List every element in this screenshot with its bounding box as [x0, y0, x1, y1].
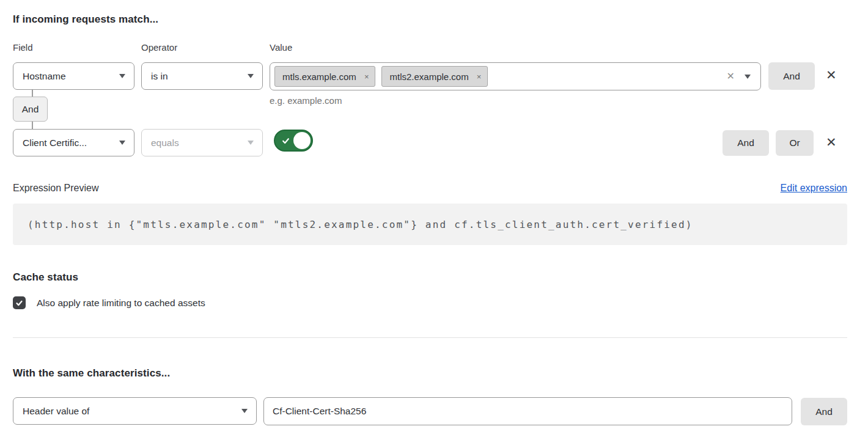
value-tag-label: mtls2.example.com — [389, 72, 468, 82]
characteristic-select-value: Header value of — [23, 406, 89, 417]
cache-status-heading: Cache status — [13, 271, 78, 284]
chevron-down-icon[interactable] — [745, 75, 751, 79]
chevron-down-icon — [241, 409, 248, 413]
expression-preview-label: Expression Preview — [13, 183, 99, 194]
field-select-row1-value: Hostname — [23, 71, 66, 82]
value-multiselect-row1[interactable]: mtls.example.com × mtls2.example.com × ✕ — [270, 62, 761, 90]
header-name-input[interactable] — [263, 397, 792, 425]
and-characteristic-button[interactable]: And — [801, 398, 847, 425]
expression-text: (http.host in {"mtls.example.com" "mtls2… — [28, 219, 693, 230]
and-condition-button-row1[interactable]: And — [768, 62, 815, 90]
operator-select-row1[interactable]: is in — [141, 62, 263, 90]
clear-value-icon[interactable]: ✕ — [727, 72, 735, 81]
cached-assets-checkbox-label: Also apply rate limiting to cached asset… — [37, 298, 205, 309]
value-column-label: Value — [270, 42, 292, 53]
field-select-row2[interactable]: Client Certific... — [13, 129, 134, 156]
section-divider — [13, 337, 847, 338]
cached-assets-checkbox[interactable] — [13, 296, 26, 309]
delete-row1-icon[interactable]: ✕ — [826, 68, 837, 81]
field-select-row1[interactable]: Hostname — [13, 62, 134, 90]
connector-and-button[interactable]: And — [13, 97, 48, 122]
value-tags: mtls.example.com × mtls2.example.com × — [274, 66, 488, 87]
operator-column-label: Operator — [141, 42, 177, 53]
delete-row2-icon[interactable]: ✕ — [826, 136, 837, 148]
chevron-down-icon — [248, 141, 254, 145]
field-column-label: Field — [13, 42, 33, 53]
tag-remove-icon[interactable]: × — [364, 73, 369, 81]
field-select-row2-value: Client Certific... — [23, 138, 87, 148]
chevron-down-icon — [119, 141, 125, 145]
check-icon — [281, 137, 290, 145]
operator-select-row2-value: equals — [151, 138, 179, 148]
connector-line-top — [32, 90, 33, 97]
value-toggle-on[interactable] — [274, 130, 313, 152]
value-helper-text: e.g. example.com — [270, 95, 342, 106]
chevron-down-icon — [248, 74, 254, 78]
value-tag-label: mtls.example.com — [282, 72, 356, 82]
edit-expression-link[interactable]: Edit expression — [781, 183, 847, 194]
characteristics-heading: With the same characteristics... — [13, 367, 170, 380]
toggle-knob — [293, 132, 311, 149]
operator-select-row1-value: is in — [151, 71, 168, 82]
operator-select-row2-disabled: equals — [141, 129, 263, 156]
characteristic-select[interactable]: Header value of — [13, 397, 257, 425]
value-tag: mtls2.example.com × — [381, 66, 488, 87]
or-condition-button-row2[interactable]: Or — [776, 130, 814, 156]
and-condition-button-row2[interactable]: And — [723, 130, 769, 156]
expression-preview-code: (http.host in {"mtls.example.com" "mtls2… — [13, 204, 847, 245]
rule-builder-page: If incoming requests match... Field Oper… — [0, 0, 868, 440]
check-icon — [15, 299, 23, 307]
connector-line-bottom — [32, 122, 33, 129]
chevron-down-icon — [119, 74, 125, 78]
match-section-heading: If incoming requests match... — [13, 13, 158, 26]
value-tag: mtls.example.com × — [274, 66, 375, 87]
tag-remove-icon[interactable]: × — [477, 73, 482, 81]
